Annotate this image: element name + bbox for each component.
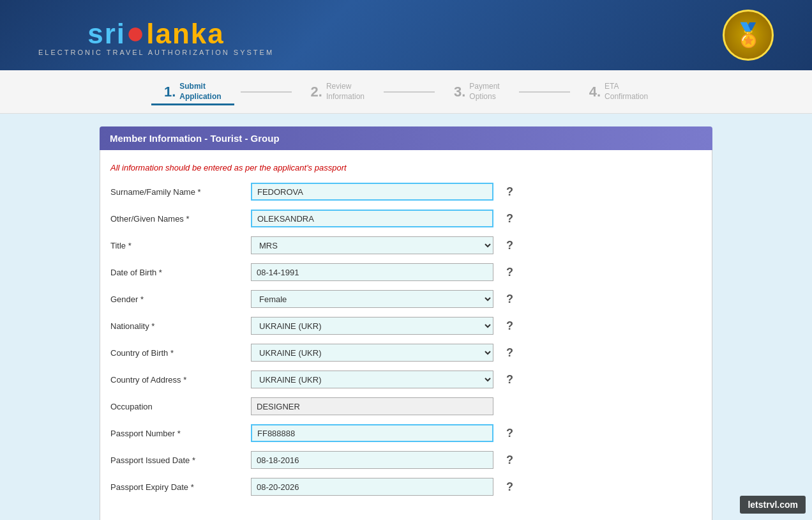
- passport-expiry-label: Passport Expiry Date *: [110, 482, 251, 492]
- passport-issued-row: Passport Issued Date * ?: [110, 451, 702, 469]
- passport-expiry-input[interactable]: [251, 478, 493, 496]
- gender-field: Female Male: [251, 290, 493, 308]
- surname-input[interactable]: [251, 183, 493, 201]
- logo-sri: sri: [87, 18, 126, 49]
- logo-lanka: lanka: [146, 18, 225, 49]
- step-2-review[interactable]: 2. ReviewInformation: [292, 78, 384, 105]
- surname-row: Surname/Family Name * ?: [110, 183, 702, 201]
- title-select[interactable]: MRS MR MISS MS DR: [251, 236, 493, 254]
- step-2-number: 2.: [311, 84, 322, 100]
- given-names-help-icon[interactable]: ?: [506, 212, 522, 226]
- logo-container: sri●lanka ELECTRONIC TRAVEL AUTHORIZATIO…: [38, 14, 274, 56]
- nationality-row: Nationality * UKRAINE (UKR) ?: [110, 317, 702, 335]
- country-address-label: Country of Address *: [110, 375, 251, 385]
- form-container: All information should be entered as per…: [100, 150, 712, 520]
- country-address-help-icon[interactable]: ?: [506, 373, 522, 386]
- country-birth-row: Country of Birth * UKRAINE (UKR) ?: [110, 344, 702, 362]
- header: sri●lanka ELECTRONIC TRAVEL AUTHORIZATIO…: [0, 0, 812, 70]
- dob-field: [251, 263, 493, 281]
- step-divider-3: [519, 91, 570, 93]
- steps-bar: 1. SubmitApplication 2. ReviewInformatio…: [0, 70, 812, 114]
- dob-help-icon[interactable]: ?: [506, 266, 522, 279]
- gender-select[interactable]: Female Male: [251, 290, 493, 308]
- step-3-payment[interactable]: 3. PaymentOptions: [435, 78, 519, 105]
- step-4-eta[interactable]: 4. ETAConfirmation: [570, 78, 667, 105]
- passport-issued-label: Passport Issued Date *: [110, 455, 251, 465]
- passport-issued-help-icon[interactable]: ?: [506, 454, 522, 467]
- passport-number-row: Passport Number * ?: [110, 424, 702, 442]
- title-label: Title *: [110, 241, 251, 250]
- occupation-label: Occupation: [110, 402, 251, 411]
- section-header: Member Information - Tourist - Group: [100, 126, 712, 150]
- given-names-row: Other/Given Names * ?: [110, 210, 702, 227]
- passport-number-help-icon[interactable]: ?: [506, 427, 522, 440]
- dob-row: Date of Birth * ?: [110, 263, 702, 281]
- passport-notice: All information should be entered as per…: [110, 163, 702, 172]
- title-field: MRS MR MISS MS DR: [251, 236, 493, 254]
- country-birth-select[interactable]: UKRAINE (UKR): [251, 344, 493, 362]
- occupation-input[interactable]: [251, 397, 493, 415]
- country-birth-label: Country of Birth *: [110, 348, 251, 358]
- logo-dot: ●: [126, 15, 146, 50]
- surname-field: [251, 183, 493, 201]
- step-1-label: SubmitApplication: [179, 82, 221, 102]
- occupation-row: Occupation: [110, 397, 702, 415]
- title-row: Title * MRS MR MISS MS DR ?: [110, 236, 702, 254]
- given-names-input[interactable]: [251, 210, 493, 227]
- site-logo: sri●lanka: [87, 14, 225, 51]
- passport-issued-input[interactable]: [251, 451, 493, 469]
- step-2-label: ReviewInformation: [326, 82, 365, 102]
- nationality-field: UKRAINE (UKR): [251, 317, 493, 335]
- passport-number-field: [251, 424, 493, 442]
- country-birth-field: UKRAINE (UKR): [251, 344, 493, 362]
- passport-expiry-help-icon[interactable]: ?: [506, 480, 522, 494]
- dob-input[interactable]: [251, 263, 493, 281]
- step-3-number: 3.: [454, 84, 465, 100]
- step-3-label: PaymentOptions: [469, 82, 499, 102]
- occupation-field: [251, 397, 493, 415]
- dob-label: Date of Birth *: [110, 268, 251, 277]
- passport-number-input[interactable]: [251, 424, 493, 442]
- government-emblem: 🏅: [723, 10, 774, 61]
- main-content: Member Information - Tourist - Group All…: [87, 126, 725, 520]
- surname-label: Surname/Family Name *: [110, 187, 251, 197]
- nationality-label: Nationality *: [110, 321, 251, 331]
- step-divider-2: [384, 91, 435, 93]
- gender-help-icon[interactable]: ?: [506, 293, 522, 306]
- passport-expiry-row: Passport Expiry Date * ?: [110, 478, 702, 496]
- step-1-submit[interactable]: 1. SubmitApplication: [145, 78, 241, 105]
- step-1-number: 1.: [164, 84, 176, 100]
- gender-row: Gender * Female Male ?: [110, 290, 702, 308]
- gender-label: Gender *: [110, 294, 251, 304]
- country-address-row: Country of Address * UKRAINE (UKR) ?: [110, 371, 702, 388]
- step-4-number: 4.: [589, 84, 601, 100]
- passport-issued-field: [251, 451, 493, 469]
- country-address-select[interactable]: UKRAINE (UKR): [251, 371, 493, 388]
- logo-subtitle: ELECTRONIC TRAVEL AUTHORIZATION SYSTEM: [38, 49, 274, 56]
- section-title: Member Information - Tourist - Group: [110, 133, 280, 144]
- country-birth-help-icon[interactable]: ?: [506, 346, 522, 360]
- passport-expiry-field: [251, 478, 493, 496]
- watermark: letstrvl.com: [740, 496, 806, 514]
- surname-help-icon[interactable]: ?: [506, 185, 522, 199]
- nationality-select[interactable]: UKRAINE (UKR): [251, 317, 493, 335]
- step-divider-1: [241, 91, 292, 93]
- nationality-help-icon[interactable]: ?: [506, 319, 522, 333]
- passport-number-label: Passport Number *: [110, 429, 251, 438]
- given-names-label: Other/Given Names *: [110, 214, 251, 224]
- given-names-field: [251, 210, 493, 227]
- country-address-field: UKRAINE (UKR): [251, 371, 493, 388]
- step-4-label: ETAConfirmation: [605, 82, 648, 102]
- title-help-icon[interactable]: ?: [506, 239, 522, 252]
